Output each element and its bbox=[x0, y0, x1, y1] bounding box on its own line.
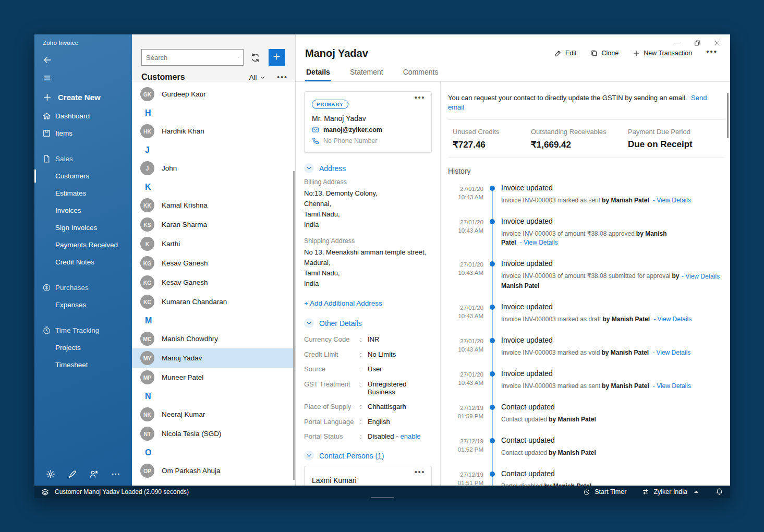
customer-list-item[interactable]: NK Neeraj Kumar bbox=[132, 405, 295, 424]
organization-switcher[interactable]: Zylker India bbox=[642, 488, 700, 495]
sidebar-item-estimates[interactable]: Estimates bbox=[34, 185, 132, 202]
tab-statement[interactable]: Statement bbox=[349, 65, 384, 81]
close-button[interactable] bbox=[710, 36, 725, 50]
sidebar-item-label: Sign Invoices bbox=[55, 224, 97, 232]
sidebar-item-purchases[interactable]: Purchases bbox=[34, 279, 132, 296]
sidebar-item-time-tracking[interactable]: Time Tracking bbox=[34, 322, 132, 339]
detail-value: No Limits bbox=[368, 350, 396, 358]
start-timer-button[interactable]: Start Timer bbox=[583, 488, 626, 495]
tab-comments[interactable]: Comments bbox=[402, 65, 440, 81]
other-details-section-toggle[interactable]: Other Details bbox=[304, 318, 432, 328]
sidebar-item-customers[interactable]: Customers bbox=[34, 167, 132, 185]
customer-list-item[interactable]: KK Kamal Krishna bbox=[132, 196, 295, 215]
customer-list-item[interactable]: MC Manish Chowdhry bbox=[132, 329, 295, 348]
contact-persons-section-toggle[interactable]: Contact Persons (1) bbox=[304, 451, 432, 461]
pen-icon[interactable] bbox=[68, 469, 77, 479]
view-details-link[interactable]: - View Details bbox=[520, 239, 558, 246]
add-customer-button[interactable] bbox=[269, 49, 285, 66]
clone-button[interactable]: Clone bbox=[590, 50, 619, 57]
search-input[interactable] bbox=[146, 54, 238, 62]
avatar: HK bbox=[140, 124, 154, 138]
sidebar-nav: Dashboard Items Sales Customers Estimate… bbox=[34, 107, 132, 373]
more-actions-button[interactable]: ••• bbox=[706, 50, 718, 56]
history-event-title: Invoice updated bbox=[501, 336, 725, 344]
back-icon[interactable] bbox=[42, 55, 53, 65]
add-additional-address-link[interactable]: + Add Additional Address bbox=[304, 299, 382, 307]
customer-list-item[interactable]: HK Hardhik Khan bbox=[132, 122, 295, 141]
sidebar-item-invoices[interactable]: Invoices bbox=[34, 202, 132, 219]
history-event-title: Invoice updated bbox=[501, 259, 725, 268]
restore-button[interactable] bbox=[690, 36, 705, 50]
sidebar-item-sign-invoices[interactable]: Sign Invoices bbox=[34, 219, 132, 236]
customer-list-item[interactable]: K Karthi bbox=[132, 234, 295, 253]
customer-list-item[interactable]: GK Gurdeep Kaur bbox=[132, 84, 295, 104]
history-item: 27/12/19 01:51 PM Contact updated Portal… bbox=[447, 469, 725, 486]
main-row: Zoho Invoice Create New Dashboard Items … bbox=[34, 34, 730, 486]
sidebar-item-sales[interactable]: Sales bbox=[34, 150, 132, 167]
gear-icon[interactable] bbox=[46, 469, 55, 479]
list-more-button[interactable]: ••• bbox=[277, 75, 288, 79]
customer-list-item[interactable]: KC Kumaran Chandaran bbox=[132, 292, 295, 311]
customer-list-item[interactable]: J John bbox=[132, 159, 295, 178]
new-transaction-button[interactable]: New Transaction bbox=[633, 50, 692, 57]
view-details-link[interactable]: - View Details bbox=[652, 349, 690, 356]
contact-phone: No Phone Number bbox=[323, 137, 378, 144]
view-details-link[interactable]: - View Details bbox=[682, 272, 720, 281]
contact-person-more-button[interactable]: ••• bbox=[415, 467, 425, 476]
sidebar-item-label: Projects bbox=[55, 344, 81, 352]
timeline-dot bbox=[490, 338, 495, 343]
clone-icon bbox=[590, 50, 598, 57]
customer-list-item[interactable]: KG Kesav Ganesh bbox=[132, 253, 295, 273]
enable-link[interactable]: enable bbox=[401, 432, 421, 440]
sidebar-item-dashboard[interactable]: Dashboard bbox=[34, 107, 132, 125]
sidebar-item-credit-notes[interactable]: Credit Notes bbox=[34, 253, 132, 271]
sidebar-item-label: Dashboard bbox=[55, 112, 90, 120]
sidebar: Zoho Invoice Create New Dashboard Items … bbox=[34, 34, 132, 486]
view-details-link[interactable]: - View Details bbox=[653, 316, 692, 323]
history-column: You can request your contact to directly… bbox=[441, 82, 730, 486]
tab-details[interactable]: Details bbox=[305, 65, 331, 81]
minimize-button[interactable] bbox=[670, 36, 685, 50]
sidebar-item-expenses[interactable]: Expenses bbox=[34, 296, 132, 313]
letter-group-header: K bbox=[132, 178, 295, 196]
drag-handle bbox=[371, 497, 394, 498]
billing-address: Billing Address No:13, Demonty Colony, C… bbox=[304, 178, 432, 230]
history-event-title: Invoice updated bbox=[501, 303, 725, 311]
view-details-link[interactable]: - View Details bbox=[653, 382, 691, 390]
contact-email[interactable]: manoj@zylker.com bbox=[323, 126, 382, 134]
sidebar-item-projects[interactable]: Projects bbox=[34, 339, 132, 356]
bell-icon bbox=[716, 487, 723, 495]
customer-list-item[interactable]: KS Karan Sharma bbox=[132, 215, 295, 234]
customer-name: Muneer Patel bbox=[162, 373, 203, 381]
contact-card-more-button[interactable]: ••• bbox=[415, 93, 425, 102]
create-new-button[interactable]: Create New bbox=[34, 92, 132, 102]
ellipsis-icon[interactable] bbox=[111, 469, 120, 479]
customer-name: Karan Sharma bbox=[162, 221, 207, 228]
detail-scrollbar[interactable] bbox=[727, 93, 729, 138]
sidebar-item-items[interactable]: Items bbox=[34, 125, 132, 142]
contact-name: Mr. Manoj Yadav bbox=[312, 114, 424, 123]
hamburger-menu-icon[interactable] bbox=[42, 74, 52, 82]
filter-dropdown[interactable]: All bbox=[249, 74, 265, 81]
refresh-icon[interactable] bbox=[250, 53, 260, 63]
history-item: 27/01/20 10:43 AM Invoice updated Invoic… bbox=[447, 336, 725, 369]
edit-button[interactable]: Edit bbox=[554, 50, 577, 57]
sidebar-item-payments-received[interactable]: Payments Received bbox=[34, 236, 132, 253]
history-timestamp: 27/12/19 01:51 PM bbox=[447, 469, 483, 486]
list-scrollbar[interactable] bbox=[293, 171, 295, 480]
history-event-description: Invoice INV-000003 marked as sentby Mani… bbox=[501, 382, 725, 391]
sidebar-item-timesheet[interactable]: Timesheet bbox=[34, 356, 132, 373]
customer-list-item[interactable]: MY Manoj Yadav bbox=[132, 348, 295, 368]
address-section-toggle[interactable]: Address bbox=[304, 163, 432, 173]
customer-name: Hardhik Khan bbox=[162, 127, 204, 135]
notifications-button[interactable] bbox=[716, 487, 723, 497]
customer-list-item[interactable]: NT Nicola Tesla (SGD) bbox=[132, 424, 295, 443]
customer-list-item[interactable]: MP Muneer Patel bbox=[132, 368, 295, 387]
view-details-link[interactable]: - View Details bbox=[653, 197, 691, 204]
customer-list-item[interactable]: KG Kesav Ganesh bbox=[132, 273, 295, 292]
avatar: GK bbox=[140, 87, 154, 101]
primary-badge: PRIMARY bbox=[312, 100, 348, 109]
customer-list-item[interactable]: OP Om Parkash Ahuja bbox=[132, 461, 295, 480]
users-icon[interactable] bbox=[89, 469, 99, 479]
letter-group-header: O bbox=[132, 443, 295, 461]
